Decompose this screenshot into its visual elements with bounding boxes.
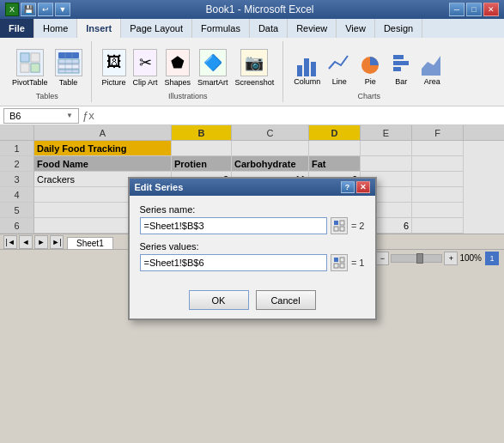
series-name-label: Series name:	[140, 204, 365, 215]
series-name-range-button[interactable]	[331, 217, 348, 234]
cell-f3[interactable]	[412, 172, 464, 187]
tab-view[interactable]: View	[337, 19, 375, 38]
table-row: 2 Food Name Protien Carbohydrate Fat	[0, 156, 504, 172]
ok-button[interactable]: OK	[189, 290, 249, 310]
svg-rect-25	[340, 264, 344, 268]
cell-f4[interactable]	[412, 187, 464, 203]
sheet-nav-first[interactable]: |◄	[3, 235, 17, 249]
tables-group-label: Tables	[36, 92, 58, 100]
zoom-in-button[interactable]: +	[444, 252, 458, 265]
cell-c2[interactable]: Carbohydrate	[232, 156, 309, 172]
line-chart-icon	[327, 50, 351, 77]
series-values-field: Series values: = 1	[140, 241, 365, 271]
function-icon[interactable]: ƒx	[82, 109, 94, 122]
bar-chart-button[interactable]: Bar	[387, 48, 415, 88]
tab-review[interactable]: Review	[288, 19, 337, 38]
svg-rect-20	[334, 227, 338, 231]
sheet-tab-1[interactable]: Sheet1	[67, 237, 113, 249]
clipart-button[interactable]: ✂ Clip Art	[131, 47, 160, 88]
sheet-nav-next[interactable]: ►	[34, 235, 48, 249]
cell-b1[interactable]	[172, 141, 232, 156]
row-header-1[interactable]: 1	[0, 141, 34, 156]
svg-rect-16	[393, 67, 401, 71]
cell-a2[interactable]: Food Name	[34, 156, 172, 172]
col-header-a[interactable]: A	[34, 125, 172, 140]
cell-c1[interactable]	[232, 141, 309, 156]
cell-d2[interactable]: Fat	[309, 156, 361, 172]
close-button[interactable]: ✕	[483, 3, 499, 16]
tab-formulas[interactable]: Formulas	[192, 19, 250, 38]
area-chart-button[interactable]: Area	[418, 48, 446, 88]
series-values-input[interactable]	[140, 254, 327, 271]
series-name-input[interactable]	[140, 217, 327, 234]
cell-f5[interactable]	[412, 203, 464, 218]
zoom-out-button[interactable]: −	[375, 252, 389, 265]
line-chart-button[interactable]: Line	[325, 48, 353, 88]
shapes-icon: ⬟	[166, 49, 190, 76]
row-header-6[interactable]: 6	[0, 218, 34, 234]
cell-f2[interactable]	[412, 156, 464, 172]
formula-input[interactable]	[98, 111, 501, 121]
ribbon-group-illustrations: 🖼 Picture ✂ Clip Art ⬟ Shapes 🔷 SmartArt…	[94, 41, 284, 102]
zoom-control: − + 100%	[375, 252, 482, 265]
dialog-title: Edit Series	[135, 182, 184, 192]
pivottable-icon	[16, 49, 44, 76]
zoom-level: 100%	[459, 253, 482, 263]
dialog-footer: OK Cancel	[130, 287, 375, 319]
picture-button[interactable]: 🖼 Picture	[100, 47, 128, 88]
tab-page-layout[interactable]: Page Layout	[121, 19, 192, 38]
tab-insert[interactable]: Insert	[77, 19, 121, 38]
shapes-button[interactable]: ⬟ Shapes	[163, 47, 193, 88]
table-button[interactable]: Table	[53, 47, 84, 88]
name-box-dropdown[interactable]: ▼	[66, 112, 73, 119]
area-chart-icon	[420, 50, 444, 77]
smartart-button[interactable]: 🔷 SmartArt	[196, 47, 230, 88]
column-chart-icon	[295, 50, 319, 77]
quick-access-save[interactable]: 💾	[21, 3, 36, 16]
svg-rect-6	[58, 64, 79, 69]
minimize-button[interactable]: ─	[449, 3, 465, 16]
picture-label: Picture	[102, 78, 126, 87]
cell-b2[interactable]: Protien	[172, 156, 232, 172]
screenshot-label: Screenshot	[235, 78, 275, 87]
tab-home[interactable]: Home	[34, 19, 77, 38]
col-header-d[interactable]: D	[309, 125, 361, 140]
cell-e1[interactable]	[361, 141, 412, 156]
col-header-e[interactable]: E	[361, 125, 412, 140]
series-values-range-button[interactable]	[331, 254, 348, 271]
row-header-5[interactable]: 5	[0, 203, 34, 218]
cell-f6[interactable]	[412, 218, 464, 234]
svg-rect-12	[311, 62, 316, 76]
row-header-4[interactable]: 4	[0, 187, 34, 203]
row-header-2[interactable]: 2	[0, 156, 34, 172]
cell-a1[interactable]: Daily Food Tracking	[34, 141, 172, 156]
sheet-nav-prev[interactable]: ◄	[19, 235, 33, 249]
screenshot-button[interactable]: 📷 Screenshot	[234, 47, 276, 88]
pie-chart-button[interactable]: Pie	[356, 48, 384, 88]
tab-file[interactable]: File	[0, 19, 34, 38]
dialog-titlebar: Edit Series ? ✕	[130, 179, 375, 196]
quick-access-arrow[interactable]: ▼	[55, 3, 70, 16]
cell-d1[interactable]	[309, 141, 361, 156]
pivottable-button[interactable]: PivotTable	[10, 47, 50, 88]
cell-f1[interactable]	[412, 141, 464, 156]
col-header-b[interactable]: B	[172, 125, 232, 140]
col-header-c[interactable]: C	[232, 125, 309, 140]
cell-reference[interactable]: B6	[6, 110, 66, 122]
row-header-3[interactable]: 3	[0, 172, 34, 187]
svg-rect-21	[340, 227, 344, 231]
column-chart-button[interactable]: Column	[292, 48, 322, 88]
corner-cell	[0, 125, 34, 140]
dialog-close-button[interactable]: ✕	[356, 181, 370, 193]
tab-design[interactable]: Design	[375, 19, 422, 38]
tab-data[interactable]: Data	[250, 19, 288, 38]
cancel-button[interactable]: Cancel	[256, 290, 316, 310]
sheet-nav-last[interactable]: ►|	[50, 235, 64, 249]
maximize-button[interactable]: □	[466, 3, 482, 16]
col-header-f[interactable]: F	[412, 125, 464, 140]
page-indicator: 1	[485, 252, 499, 265]
quick-access-undo[interactable]: ↩	[38, 3, 53, 16]
cell-e2[interactable]	[361, 156, 412, 172]
zoom-slider[interactable]	[391, 254, 442, 263]
dialog-help-button[interactable]: ?	[341, 181, 355, 193]
